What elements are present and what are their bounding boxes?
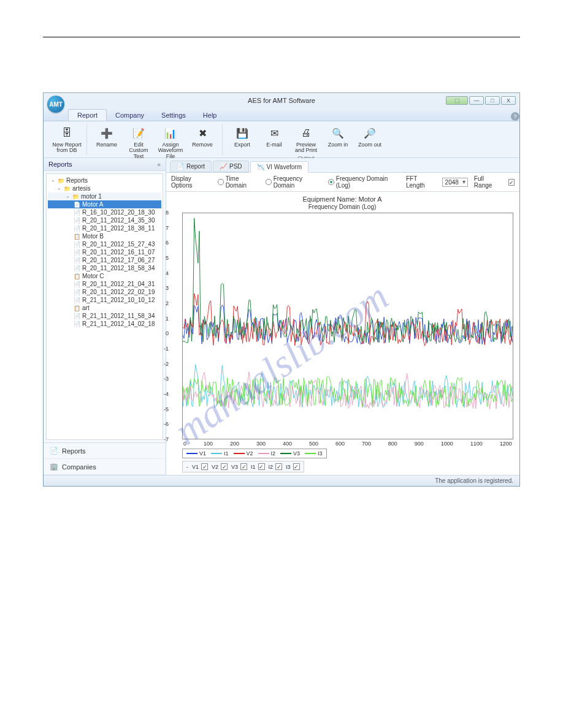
checkbox-icon[interactable]: ✓ (258, 463, 265, 470)
tree-node[interactable]: 📋Motor B (48, 232, 161, 240)
ribbon-new-report-from-db[interactable]: 🗄New Report from DB (52, 124, 82, 155)
chart-plot[interactable] (182, 213, 513, 439)
legend-label: I2 (271, 450, 276, 457)
tree-node[interactable]: 📄R_16_10_2012_20_18_30 (48, 208, 161, 216)
series-check-I3[interactable]: I3✓ (286, 463, 300, 470)
tab-company[interactable]: Company (107, 110, 153, 121)
tab-help[interactable]: Help (194, 110, 226, 121)
y-tick: 6 (166, 240, 169, 246)
ribbon-edit-custom-text[interactable]: 📝Edit Custom Text (124, 124, 153, 159)
tree-node[interactable]: 📄R_20_11_2012_18_58_34 (48, 264, 161, 272)
checkbox-icon[interactable]: ✓ (240, 463, 247, 470)
checkbox-icon[interactable]: ✓ (201, 463, 208, 470)
tree-node[interactable]: 📄R_21_11_2012_14_02_18 (48, 320, 161, 328)
ribbon-rename[interactable]: ➕Rename (92, 124, 121, 159)
legend-swatch (186, 453, 197, 454)
tree-node[interactable]: 📄R_20_11_2012_21_04_31 (48, 280, 161, 288)
report-icon: 📄 (74, 320, 80, 327)
radio-freq-domain[interactable]: Frequency Domain (266, 175, 322, 189)
tree-label: R_20_11_2012_14_35_30 (82, 217, 155, 224)
file-tab-vi-waveform[interactable]: 📉VI Waveform (250, 161, 308, 173)
series-check-V2[interactable]: V2✓ (212, 463, 228, 470)
folder-icon: 📁 (58, 177, 64, 184)
reports-tree[interactable]: -📁Reports-📁artesis-📁motor 1📄Motor A📄R_16… (46, 173, 163, 440)
tree-node[interactable]: 📄R_20_11_2012_15_27_43 (48, 240, 161, 248)
tree-node[interactable]: 📋Motor C (48, 272, 161, 280)
collapse-icon[interactable]: « (157, 161, 161, 168)
sidebar-item-companies[interactable]: 🏢 Companies (44, 459, 166, 475)
ribbon-assign-waveform-file[interactable]: 📊Assign Waveform File (156, 124, 185, 159)
ribbon-export[interactable]: 💾Export (228, 124, 257, 154)
legend-swatch (234, 453, 245, 454)
file-tab-psd[interactable]: 📈PSD (213, 161, 249, 172)
check-label: V1 (192, 464, 199, 470)
menu-tabbar: Report Company Settings Help ? (44, 108, 519, 121)
x-tick: 100 (204, 441, 213, 447)
y-tick: -7 (164, 436, 169, 442)
ribbon-zoom-out[interactable]: 🔎Zoom out (355, 124, 385, 154)
tree-node[interactable]: 📄R_20_11_2012_22_02_19 (48, 288, 161, 296)
tree-node[interactable]: 📄R_20_11_2012_17_06_27 (48, 256, 161, 264)
series-check-V1[interactable]: V1✓ (192, 463, 208, 470)
tree-node[interactable]: 📄R_20_11_2012_14_35_30 (48, 216, 161, 224)
ribbon-label: Remove (192, 142, 213, 148)
tree-label: R_20_11_2012_22_02_19 (82, 289, 155, 295)
expand-icon[interactable]: - (50, 177, 56, 184)
full-range-checkbox[interactable]: ✓ (508, 179, 515, 186)
file-tab-report[interactable]: 📄Report (170, 161, 212, 172)
report-icon: 📄 (74, 249, 80, 256)
tree-node[interactable]: -📁motor 1 (48, 192, 161, 200)
ribbon-preview-and-print[interactable]: 🖨Preview and Print (291, 124, 321, 154)
legend-label: I3 (318, 450, 323, 457)
tree-label: R_21_11_2012_11_58_34 (82, 313, 155, 319)
checkbox-icon[interactable]: ✓ (275, 463, 282, 470)
tree-node[interactable]: 📄R_21_11_2012_11_58_34 (48, 312, 161, 320)
minimize-button[interactable]: — (469, 96, 484, 105)
series-check-V3[interactable]: V3✓ (231, 463, 247, 470)
check-label: V2 (212, 464, 218, 470)
tree-node[interactable]: -📁Reports (48, 176, 161, 184)
fft-length-select[interactable]: 2048 (442, 178, 468, 187)
tree-label: motor 1 (81, 193, 102, 200)
ribbon-remove[interactable]: ✖Remove (188, 124, 217, 159)
y-tick: -2 (164, 361, 169, 367)
radio-freq-domain-log[interactable]: Frequency Domain (Log) (328, 175, 400, 189)
help-icon[interactable]: ? (511, 112, 519, 121)
tree-node[interactable]: -📁artesis (48, 184, 161, 192)
x-tick: 300 (256, 441, 266, 447)
series-check-I1[interactable]: I1✓ (251, 463, 265, 470)
tab-report[interactable]: Report (68, 109, 107, 121)
tree-label: R_20_11_2012_17_06_27 (82, 257, 155, 264)
tree-node[interactable]: 📄R_21_11_2012_10_10_12 (48, 296, 161, 304)
ribbon-label: New Report from DB (52, 142, 82, 154)
sidebar-item-label: Reports (62, 447, 86, 455)
ribbon-icon: ✖ (194, 125, 210, 141)
tab-settings[interactable]: Settings (153, 110, 194, 121)
tree-label: R_21_11_2012_10_10_12 (82, 297, 155, 303)
tree-node[interactable]: 📄Motor A (48, 200, 161, 208)
y-tick: 7 (166, 225, 169, 231)
checkbox-icon[interactable]: ✓ (221, 463, 228, 470)
report-icon: 📄 (74, 289, 80, 295)
tree-node[interactable]: 📄R_20_11_2012_16_11_07 (48, 248, 161, 256)
expand-icon[interactable]: - (65, 193, 71, 200)
expand-icon[interactable]: - (56, 185, 62, 192)
radio-time-domain[interactable]: Time Domain (218, 175, 259, 189)
main-panel: 📄Report📈PSD📉VI Waveform Display Options … (166, 158, 519, 475)
companies-icon: 🏢 (50, 463, 58, 471)
close-button[interactable]: X (501, 96, 516, 105)
radio-label: Frequency Domain (Log) (336, 175, 400, 189)
report-icon: 📄 (74, 265, 80, 271)
ribbon-e-mail[interactable]: ✉E-mail (259, 124, 289, 154)
legend-item: I2 (258, 450, 276, 457)
ribbon-zoom-in[interactable]: 🔍Zoom in (323, 124, 353, 154)
sidebar-item-reports[interactable]: 📄 Reports (44, 443, 166, 459)
series-V3 (183, 218, 513, 343)
series-check-I2[interactable]: I2✓ (269, 463, 283, 470)
tree-node[interactable]: 📋art (48, 304, 161, 312)
ribbon-label: Preview and Print (291, 142, 321, 154)
tree-node[interactable]: 📄R_20_11_2012_18_38_11 (48, 224, 161, 232)
checkbox-icon[interactable]: ✓ (293, 463, 300, 470)
window-extra-button[interactable]: ⬚ (446, 96, 468, 105)
maximize-button[interactable]: □ (485, 96, 500, 105)
